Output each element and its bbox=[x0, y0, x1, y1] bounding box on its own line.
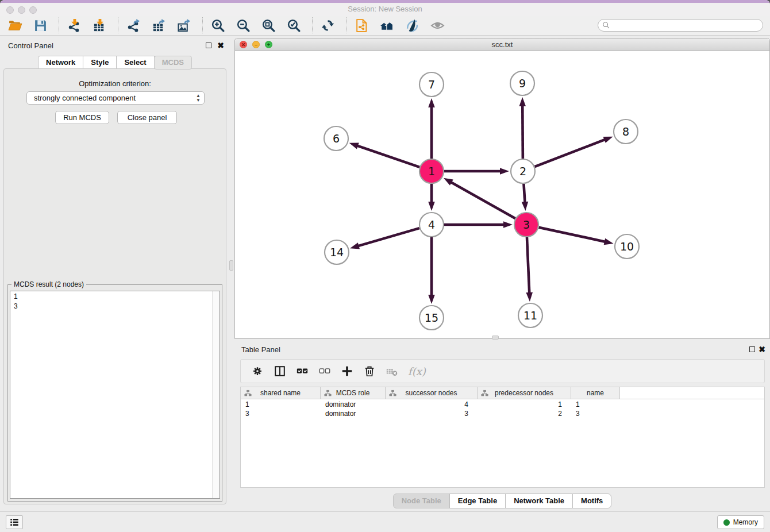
graph-edge-arrowhead bbox=[603, 137, 613, 143]
graph-edge-1-6[interactable] bbox=[357, 145, 419, 167]
zoom-selected-icon[interactable] bbox=[286, 17, 302, 33]
zoom-out-icon[interactable] bbox=[235, 17, 251, 33]
tab-mcds[interactable]: MCDS bbox=[154, 56, 192, 70]
memory-button[interactable]: Memory bbox=[717, 515, 764, 529]
graph-edge-4-14[interactable] bbox=[357, 228, 419, 246]
graph-node-label: 15 bbox=[425, 311, 438, 324]
zoom-fit-icon[interactable] bbox=[260, 17, 276, 33]
refresh-network-icon[interactable] bbox=[319, 17, 336, 33]
close-panel-icon[interactable]: ✖ bbox=[217, 41, 224, 50]
dropdown-stepper-icon: ▲▼ bbox=[196, 94, 201, 103]
control-panel-tabs: NetworkStyleSelectMCDS bbox=[0, 56, 230, 70]
control-panel-title: Control Panel bbox=[8, 41, 53, 50]
application-window: Session: New Session Control Panel ✖ Net… bbox=[0, 0, 770, 532]
network-graph: 7968124314101511 bbox=[235, 51, 769, 338]
table-cell[interactable]: 3 bbox=[571, 409, 620, 418]
mcds-result-list[interactable]: 13 bbox=[10, 291, 220, 499]
graph-node-label: 1 bbox=[428, 165, 435, 178]
table-cell[interactable]: 1 bbox=[241, 400, 321, 409]
double-home-icon[interactable] bbox=[379, 17, 395, 33]
document-share-icon[interactable] bbox=[353, 17, 369, 33]
hide-details-icon[interactable] bbox=[404, 17, 420, 33]
column-layout-icon[interactable] bbox=[271, 363, 288, 380]
canvas-splitter-handle[interactable] bbox=[492, 336, 499, 340]
table-toolbar: f(x) bbox=[240, 359, 765, 383]
table-cell[interactable]: dominator bbox=[321, 409, 386, 418]
table-settings-icon[interactable] bbox=[249, 363, 266, 380]
close-table-panel-icon[interactable]: ✖ bbox=[759, 345, 765, 354]
result-scrollbar[interactable] bbox=[212, 291, 220, 498]
graph-node-label: 9 bbox=[519, 77, 526, 90]
tab-node-table[interactable]: Node Table bbox=[393, 494, 450, 508]
table-cell[interactable]: 2 bbox=[478, 409, 571, 418]
deselect-all-icon[interactable] bbox=[316, 363, 333, 380]
column-header-MCDS-role[interactable]: MCDS role bbox=[321, 387, 386, 399]
table-cell[interactable]: 1 bbox=[478, 400, 571, 409]
toolbar-separator bbox=[118, 17, 118, 33]
tab-network[interactable]: Network bbox=[38, 56, 83, 70]
column-header-predecessor-nodes[interactable]: predecessor nodes bbox=[478, 387, 571, 399]
run-mcds-button[interactable]: Run MCDS bbox=[55, 111, 109, 124]
graph-edge-2-8[interactable] bbox=[535, 140, 606, 167]
select-all-icon[interactable] bbox=[294, 363, 311, 380]
graph-edge-3-11[interactable] bbox=[527, 237, 529, 294]
tab-motifs[interactable]: Motifs bbox=[572, 494, 611, 508]
table-cell[interactable]: dominator bbox=[321, 400, 386, 409]
export-image-icon[interactable] bbox=[176, 17, 192, 33]
tab-select[interactable]: Select bbox=[116, 56, 154, 70]
graph-edge-2-3[interactable] bbox=[523, 184, 525, 203]
graph-edge-3-10[interactable] bbox=[538, 228, 605, 242]
delete-column-icon[interactable] bbox=[361, 363, 378, 380]
toolbar-separator bbox=[59, 17, 59, 33]
graph-node-label: 3 bbox=[523, 218, 530, 231]
column-header-shared-name[interactable]: shared name bbox=[241, 387, 321, 399]
table-cell[interactable]: 1 bbox=[571, 400, 620, 409]
add-column-icon[interactable] bbox=[338, 363, 356, 380]
tab-network-table[interactable]: Network Table bbox=[505, 494, 573, 508]
import-table-icon[interactable] bbox=[91, 17, 107, 33]
graph-edge-2-9[interactable] bbox=[522, 105, 523, 159]
search-input[interactable] bbox=[613, 20, 763, 30]
tab-edge-table[interactable]: Edge Table bbox=[449, 494, 506, 508]
table-tabs: Node TableEdge TableNetwork TableMotifs bbox=[234, 494, 770, 508]
eye-icon bbox=[429, 17, 445, 33]
panel-splitter-handle[interactable] bbox=[229, 260, 233, 271]
graph-node-label: 11 bbox=[523, 309, 537, 322]
search-box[interactable] bbox=[598, 19, 763, 32]
export-network-icon[interactable] bbox=[125, 17, 141, 33]
tab-style[interactable]: Style bbox=[83, 56, 117, 70]
float-panel-icon[interactable] bbox=[206, 43, 211, 48]
export-table-icon[interactable] bbox=[151, 17, 167, 33]
task-history-button[interactable] bbox=[6, 515, 23, 529]
table-row[interactable]: 3dominator323 bbox=[241, 409, 764, 418]
memory-label: Memory bbox=[733, 518, 758, 526]
import-network-icon[interactable] bbox=[66, 17, 82, 33]
zoom-in-icon[interactable] bbox=[210, 17, 226, 33]
column-header-name[interactable]: name bbox=[571, 387, 620, 399]
network-canvas[interactable]: 7968124314101511 bbox=[235, 51, 769, 338]
float-table-panel-icon[interactable] bbox=[749, 346, 755, 352]
main-titlebar: Session: New Session bbox=[0, 3, 770, 16]
graph-edge-3-1[interactable] bbox=[451, 182, 515, 219]
column-header-successor-nodes[interactable]: successor nodes bbox=[386, 387, 478, 399]
table-cell[interactable]: 4 bbox=[386, 400, 478, 409]
table-cell[interactable]: 3 bbox=[241, 409, 321, 418]
table-header-row: shared nameMCDS rolesuccessor nodesprede… bbox=[241, 387, 764, 399]
graph-edge-arrowhead bbox=[526, 292, 533, 302]
table-row[interactable]: 1dominator411 bbox=[241, 400, 764, 409]
table-cell[interactable]: 3 bbox=[386, 409, 478, 418]
status-bar: Memory bbox=[0, 511, 770, 532]
close-panel-button[interactable]: Close panel bbox=[117, 111, 177, 124]
graph-edge-arrowhead bbox=[428, 295, 435, 304]
mcds-panel-body: Optimization criterion: strongly connect… bbox=[3, 68, 226, 504]
graph-node-label: 10 bbox=[620, 240, 634, 253]
control-panel-header: Control Panel ✖ bbox=[0, 38, 230, 54]
criterion-dropdown[interactable]: strongly connected component ▲▼ bbox=[26, 91, 205, 105]
window-title: Session: New Session bbox=[0, 5, 770, 13]
graph-node-label: 14 bbox=[330, 246, 344, 259]
graph-edge-arrowhead bbox=[428, 202, 435, 211]
save-session-icon[interactable] bbox=[32, 17, 48, 33]
toolbar-separator bbox=[202, 17, 203, 33]
open-file-icon[interactable] bbox=[7, 17, 23, 33]
delete-table-icon bbox=[383, 363, 401, 380]
